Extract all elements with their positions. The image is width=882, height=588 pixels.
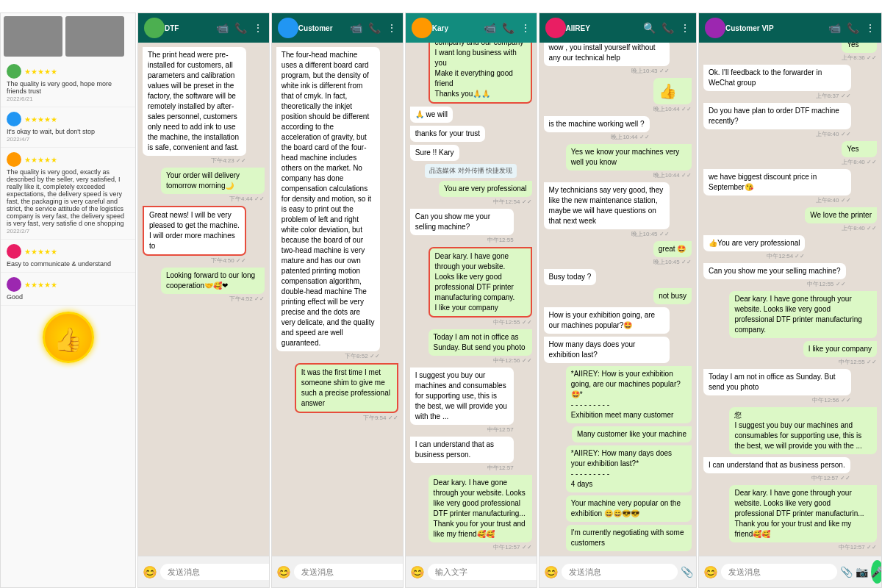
camera-icon-4[interactable]: 📷 <box>696 566 697 578</box>
message-bubble: Sure !! Kary <box>410 145 459 161</box>
message-time: 晚上10:44 ✓✓ <box>611 133 649 141</box>
list-item: How is your exhibition going, are our ma… <box>544 307 670 334</box>
list-item: *AIIREY: How many days does your exhibit… <box>566 445 692 492</box>
call-icon-4[interactable]: 📞 <box>662 22 674 34</box>
message-bubble: 🙏 we will <box>410 107 453 123</box>
message-time: 下午4:52 ✓✓ <box>229 295 265 303</box>
more-icon-4[interactable]: ⋮ <box>680 22 690 34</box>
product-image <box>4 16 62 57</box>
message-time: 上午8:36 ✓✓ <box>842 54 877 62</box>
message-bubble: *AIIREY: How many days does your exhibit… <box>566 445 692 492</box>
camera-icon-right[interactable]: 📷 <box>856 566 868 578</box>
contact-name-1: DTF <box>165 24 216 32</box>
video-icon-right[interactable]: 📹 <box>828 22 841 34</box>
video-icon-2[interactable]: 📹 <box>350 22 362 34</box>
message-bubble: Busy today ? <box>544 269 597 285</box>
call-icon-right[interactable]: 📞 <box>847 22 859 34</box>
chat-panels: DTF 📹 📞 ⋮ The print head were pre-instal… <box>137 12 697 588</box>
message-input-1[interactable] <box>160 564 270 580</box>
header-icons-3[interactable]: 📹 📞 ⋮ <box>484 22 531 34</box>
list-item: is the machine working well ?晚上10:44 ✓✓ <box>544 116 650 141</box>
avatar <box>7 277 21 292</box>
message-time: 中午12:55 ✓✓ <box>839 358 877 366</box>
list-item: Yes上午8:36 ✓✓ <box>842 43 877 62</box>
right-panel: Customer VIP 📹 📞 ⋮ luckyconsol said that… <box>698 12 882 588</box>
list-item: 👍You are very professional中午12:54 ✓✓ <box>703 235 805 260</box>
list-item: Great news! I will be very pleased to ge… <box>143 206 246 265</box>
review-stars: ★★★★★ <box>24 281 57 289</box>
message-bubble: not busy <box>653 288 692 304</box>
list-item: Do you have plan to order DTF machine re… <box>703 103 851 138</box>
emoji-icon-2[interactable]: 😊 <box>276 565 291 579</box>
search-icon-4[interactable]: 🔍 <box>643 22 656 34</box>
list-item: thanks for your trust <box>410 126 485 142</box>
right-avatar <box>705 18 725 38</box>
more-icon[interactable]: ⋮ <box>253 22 263 34</box>
message-bubble: You are very professional <box>439 181 531 197</box>
message-input-4[interactable] <box>562 564 678 580</box>
right-chat-footer: 😊 📎 📷 🎤 <box>699 556 881 587</box>
message-bubble: How is your exhibition going, are our ma… <box>544 307 670 334</box>
page-header <box>0 0 882 12</box>
message-bubble: I can understand that as business person… <box>703 457 850 473</box>
review-text: Good <box>7 293 129 301</box>
list-item: *AIIREY: How is your exhibition going, a… <box>566 366 692 423</box>
video-icon[interactable]: 📹 <box>216 22 229 34</box>
message-bubble: Yes <box>842 43 877 53</box>
message-time: 中午12:55 ✓✓ <box>493 318 531 326</box>
video-icon-3[interactable]: 📹 <box>484 22 496 34</box>
review-stars: ★★★★★ <box>24 248 57 256</box>
emoji-icon-right[interactable]: 😊 <box>703 565 718 579</box>
contact-name-2: Customer <box>298 24 350 32</box>
chat-panel-2: Customer 📹 📞 ⋮ The four-head machine use… <box>271 12 404 588</box>
header-icons-4[interactable]: 🔍 📞 ⋮ <box>643 22 690 34</box>
review-stars: ★★★★★ <box>24 68 57 76</box>
message-bubble: Your machine very popular on the exhibit… <box>566 495 692 522</box>
message-input-2[interactable] <box>294 564 404 580</box>
list-item: ★★★★★The quality is very good, exactly a… <box>1 148 135 240</box>
list-item: I suggest you buy our machines and consu… <box>410 368 514 434</box>
list-item: I can understand that as business person… <box>410 437 514 472</box>
call-icon-3[interactable]: 📞 <box>502 22 514 34</box>
call-icon[interactable]: 📞 <box>234 22 247 34</box>
message-bubble: My technicians say very good, they like … <box>544 182 670 229</box>
mic-button-right[interactable]: 🎤 <box>871 560 882 584</box>
more-icon-right[interactable]: ⋮ <box>865 22 875 34</box>
more-icon-3[interactable]: ⋮ <box>520 22 531 34</box>
emoji-icon-3[interactable]: 😊 <box>410 565 425 579</box>
avatar-2 <box>278 18 298 38</box>
list-item: 👍晚上10:44 ✓✓ <box>653 78 692 113</box>
message-time: 晚上10:45 ✓✓ <box>653 258 692 266</box>
review-text: The quality is very good, exactly as des… <box>7 168 129 227</box>
message-input-3[interactable] <box>428 564 537 580</box>
message-time: 中午12:55 <box>487 236 514 244</box>
list-item: ★★★★★It's okay to wait, but don't stop20… <box>1 107 135 148</box>
avatar <box>7 64 21 79</box>
avatar-1 <box>144 18 165 38</box>
message-time: 中午12:56 ✓✓ <box>493 356 531 365</box>
chat-footer-3: 😊 📎 📷 🎤 <box>406 556 537 587</box>
more-icon-2[interactable]: ⋮ <box>387 22 397 34</box>
list-item: ★★★★★Good <box>1 273 135 306</box>
header-icons-2[interactable]: 📹 📞 ⋮ <box>350 22 397 34</box>
list-item: not busy <box>653 288 692 304</box>
message-input-right[interactable] <box>721 564 837 580</box>
attach-icon-4[interactable]: 📎 <box>681 566 693 578</box>
call-icon-2[interactable]: 📞 <box>368 22 381 34</box>
message-bubble: great 🤩 <box>653 241 692 257</box>
message-time: 上午8:40 ✓✓ <box>842 158 877 166</box>
message-bubble: Dear kary. I have gone through your webs… <box>429 475 532 542</box>
message-bubble: we have biggest discount price in Septem… <box>703 169 851 196</box>
message-time: 晚上10:45 ✓✓ <box>631 230 670 238</box>
message-bubble: I'm currently negotiating with some cust… <box>566 525 692 551</box>
emoji-icon-1[interactable]: 😊 <box>143 565 157 579</box>
attach-icon-right[interactable]: 📎 <box>840 566 853 578</box>
review-date: 2022/6/21 <box>7 96 129 102</box>
emoji-icon-4[interactable]: 😊 <box>544 565 559 579</box>
chat-panel-3: Kary 📹 📞 ⋮ Ok ok上午9:00This is 1st shipme… <box>405 12 537 588</box>
header-icons-1[interactable]: 📹 📞 ⋮ <box>216 22 263 34</box>
right-header-icons[interactable]: 📹 📞 ⋮ <box>828 22 875 34</box>
list-item: You are very professional中午12:54 ✓✓ <box>439 181 531 206</box>
message-bubble: How many days does your exhibition last? <box>544 337 670 363</box>
list-item: Yes we know your machines very well you … <box>566 144 692 179</box>
